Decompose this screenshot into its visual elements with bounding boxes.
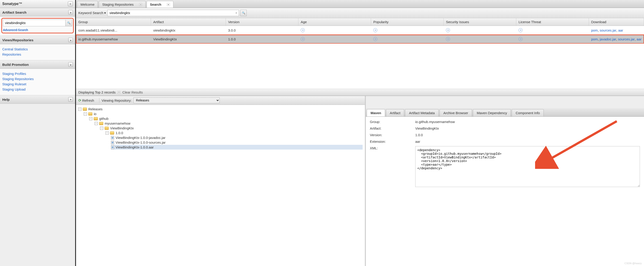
panel-header-help[interactable]: Help ▾ — [0, 95, 75, 104]
tree-node-io[interactable]: −io — [84, 112, 362, 116]
panel-header-artifact-search[interactable]: Artifact Search ▴ — [0, 8, 75, 16]
tab-staging-repositories[interactable]: Staging Repositories × — [99, 1, 146, 8]
collapse-sidebar-button[interactable]: « — [68, 1, 73, 6]
keyword-search-dropdown[interactable]: Keyword Search ▾ — [78, 11, 106, 15]
collapse-icon[interactable]: − — [106, 132, 109, 134]
tree-node-myusernamehsw[interactable]: −myusernamehsw — [95, 121, 362, 126]
collapse-icon[interactable]: ▴ — [68, 38, 73, 42]
tree-label: myusernamehsw — [104, 122, 130, 125]
tree-label: Releases — [88, 107, 102, 111]
download-link-sources[interactable]: sources.jar — [600, 28, 616, 32]
download-link-pom[interactable]: pom — [591, 37, 598, 41]
collapse-icon[interactable]: − — [89, 117, 92, 120]
clear-input-icon[interactable]: × — [235, 11, 237, 15]
tab-search[interactable]: Search × — [146, 1, 173, 8]
tab-archive-browser[interactable]: Archive Browser — [440, 109, 472, 116]
watermark: CSDN @hswzy — [624, 262, 642, 265]
results-empty-area — [76, 44, 644, 89]
tab-artifact[interactable]: Artifact — [386, 109, 404, 116]
collapse-icon[interactable]: ▴ — [68, 62, 73, 67]
column-download[interactable]: Download — [589, 18, 644, 26]
tab-welcome[interactable]: Welcome — [77, 1, 98, 8]
folder-icon — [104, 127, 109, 130]
column-group[interactable]: Group — [76, 18, 151, 26]
close-icon[interactable]: × — [167, 3, 170, 6]
separator — [99, 98, 100, 102]
download-link-pom[interactable]: pom — [591, 28, 598, 32]
download-link-sources[interactable]: sources.jar — [618, 37, 635, 41]
clear-results-icon[interactable]: × — [117, 91, 120, 94]
sidebar-item-repositories[interactable]: Repositories — [2, 52, 73, 57]
advanced-search-link[interactable]: Advanced Search — [3, 28, 72, 32]
tree-node-version[interactable]: −1.0.0 — [106, 130, 362, 135]
file-icon — [111, 136, 114, 140]
tree-label: 1.0.0 — [116, 131, 123, 135]
tree-node-viewbindingktx[interactable]: −ViewBindingKtx — [100, 126, 362, 130]
download-link-aar[interactable]: aar — [636, 37, 642, 41]
column-license[interactable]: License Threat — [516, 18, 589, 26]
panel-header-views[interactable]: Views/Repositories ▴ — [0, 36, 75, 44]
tree-file-aar[interactable]: ViewBindingKtx-1.0.0.aar — [111, 145, 362, 150]
detail-label: Version: — [370, 133, 415, 137]
clear-results-link[interactable]: Clear Results — [122, 90, 143, 94]
panel-header-build[interactable]: Build Promotion ▴ — [0, 60, 75, 69]
keyword-search-input[interactable] — [107, 10, 239, 16]
collapse-icon[interactable]: − — [78, 108, 82, 111]
detail-tabs: Maven Artifact Artifact Metadata Archive… — [366, 108, 644, 117]
detail-row: Version:1.0.0 — [370, 133, 640, 137]
download-link-javadoc[interactable]: javadoc.jar — [600, 37, 616, 41]
tab-component-info[interactable]: Component Info — [512, 109, 544, 116]
tab-maven-dependency[interactable]: Maven Dependency — [473, 109, 511, 116]
viewing-repo-label: Viewing Repository: — [102, 98, 132, 102]
expand-icon[interactable]: ▾ — [68, 97, 73, 102]
keyword-search-button[interactable]: 🔍 — [240, 10, 247, 16]
table-row[interactable]: com.wada811.viewbindi... viewbindingktx … — [76, 26, 644, 35]
detail-value: ViewBindingKtx — [415, 126, 640, 130]
sidebar-item-staging-profiles[interactable]: Staging Profiles — [2, 71, 73, 76]
detail-row: Artifact:ViewBindingKtx — [370, 126, 640, 130]
tree-toolbar: ⟳ Refresh Viewing Repository: Releases — [76, 96, 365, 105]
panel-body-artifact-search: 🔍 Advanced Search — [0, 16, 75, 36]
cell-license: ✕ — [516, 26, 589, 34]
collapse-icon[interactable]: ▴ — [68, 10, 73, 14]
tree-node-github[interactable]: −github — [89, 116, 362, 121]
collapse-icon[interactable]: − — [100, 127, 103, 130]
cell-age: ✕ — [298, 35, 371, 43]
cell-security: ✕ — [444, 26, 516, 34]
panel-title-help: Help — [2, 98, 10, 102]
column-version[interactable]: Version — [226, 18, 298, 26]
column-artifact[interactable]: Artifact — [151, 18, 226, 26]
tree-node-releases[interactable]: −Releases — [78, 107, 362, 112]
column-security[interactable]: Security Issues — [444, 18, 516, 26]
tree-file-sources[interactable]: ViewBindingKtx-1.0.0-sources.jar — [111, 140, 362, 145]
sidebar-item-staging-upload[interactable]: Staging Upload — [2, 87, 73, 92]
column-popularity[interactable]: Popularity — [371, 18, 444, 26]
table-row[interactable]: io.github.myusernamehsw ViewBindingKtx 1… — [76, 35, 644, 44]
close-icon[interactable]: × — [139, 3, 142, 6]
status-text: Displaying Top 2 records — [78, 90, 116, 94]
file-icon — [111, 146, 114, 149]
tab-artifact-metadata[interactable]: Artifact Metadata — [405, 109, 438, 116]
unavailable-icon: ✕ — [301, 28, 305, 32]
xml-textarea[interactable] — [415, 146, 640, 187]
refresh-button[interactable]: ⟳ Refresh — [78, 98, 94, 102]
unavailable-icon: ✕ — [373, 28, 377, 32]
collapse-icon[interactable]: − — [95, 122, 98, 125]
download-link-aar[interactable]: aar — [618, 28, 623, 32]
sidebar-item-staging-repositories[interactable]: Staging Repositories — [2, 76, 73, 82]
main-area: Welcome Staging Repositories × Search × … — [76, 0, 644, 266]
sidebar-item-central-statistics[interactable]: Central Statistics — [2, 46, 73, 52]
artifact-search-button[interactable]: 🔍 — [65, 20, 72, 26]
tab-label: Search — [150, 2, 161, 6]
column-age[interactable]: Age — [298, 18, 371, 26]
tree-label: github — [99, 117, 108, 120]
cell-download: pom, javadoc.jar, sources.jar, aar — [589, 35, 644, 43]
sidebar-item-staging-ruleset[interactable]: Staging Ruleset — [2, 82, 73, 87]
artifact-search-input[interactable] — [3, 20, 65, 26]
collapse-icon[interactable]: − — [84, 112, 87, 116]
tree-file-javadoc[interactable]: ViewBindingKtx-1.0.0-javadoc.jar — [111, 135, 362, 140]
repository-select[interactable]: Releases — [134, 97, 220, 103]
panel-title-views: Views/Repositories — [2, 38, 33, 42]
unavailable-icon: ✕ — [301, 37, 305, 41]
tab-maven[interactable]: Maven — [367, 109, 385, 116]
